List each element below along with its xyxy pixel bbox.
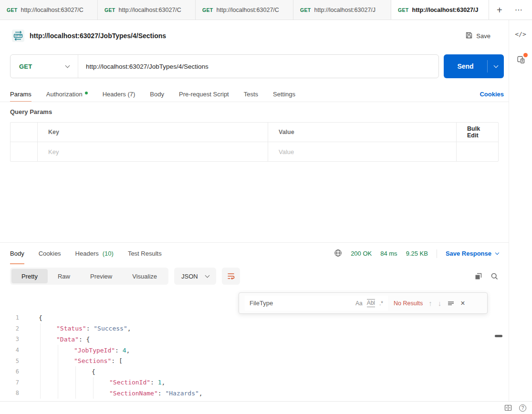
response-time-badge[interactable]: 84 ms	[380, 250, 397, 257]
copy-response-button[interactable]	[474, 272, 482, 280]
format-selector[interactable]: JSON	[174, 268, 216, 285]
request-tab-4[interactable]: GET http://localhost:63027/J	[293, 0, 391, 20]
view-visualize[interactable]: Visualize	[122, 269, 167, 283]
method-label: GET	[19, 63, 32, 70]
bottom-panel-icon[interactable]	[504, 404, 512, 411]
tab-prerequest-script[interactable]: Pre-request Script	[179, 86, 229, 102]
close-find-icon[interactable]: ×	[460, 300, 465, 307]
url-input[interactable]	[78, 55, 438, 78]
view-preview[interactable]: Preview	[80, 269, 122, 283]
tab-body[interactable]: Body	[150, 86, 164, 102]
response-body-code: 1{2"Status": "Success",3"Data": {4"JobTy…	[0, 312, 494, 401]
new-tab-button[interactable]: +	[497, 5, 502, 15]
send-button[interactable]: Send	[444, 54, 504, 78]
code-line: 7"SectionId": 1,	[0, 377, 494, 388]
tab-method-label: GET	[398, 7, 409, 13]
scrollbar-thumb[interactable]	[495, 335, 502, 337]
cookies-link[interactable]: Cookies	[480, 91, 504, 98]
format-label: JSON	[181, 273, 198, 280]
network-globe-icon[interactable]	[334, 249, 342, 259]
view-pretty[interactable]: Pretty	[11, 269, 48, 283]
param-key-input[interactable]	[48, 148, 261, 155]
wrap-lines-button[interactable]	[222, 268, 240, 285]
request-tab-3[interactable]: GET http://localhost:63027/C	[196, 0, 293, 20]
tab-tests[interactable]: Tests	[244, 86, 258, 102]
tab-authorization-label: Authorization	[46, 91, 83, 98]
method-selector[interactable]: GET	[10, 55, 78, 78]
request-tab-1[interactable]: GET http://localhost:63027/C	[0, 0, 98, 20]
response-size-badge[interactable]: 9.25 KB	[406, 250, 428, 257]
response-tabs: Body Cookies Headers(10) Test Results 20…	[0, 243, 509, 264]
find-overlay: Aa Abl .* No Results ↑ ↓ ×	[239, 292, 488, 314]
tab-body-label: Body	[150, 91, 164, 98]
chevron-down-icon	[495, 251, 499, 255]
code-line: 2"Status": "Success",	[0, 323, 494, 334]
find-input[interactable]	[250, 300, 351, 307]
view-raw[interactable]: Raw	[48, 269, 80, 283]
response-body-label: Body	[10, 250, 24, 257]
response-tab-cookies[interactable]: Cookies	[39, 243, 61, 264]
tab-bar-actions: + ⋯	[489, 0, 523, 20]
right-sidebar: </>	[509, 20, 532, 401]
response-tab-body[interactable]: Body	[10, 243, 24, 264]
find-next-button[interactable]: ↓	[438, 300, 442, 307]
actions-cell	[457, 142, 498, 161]
param-value-input[interactable]	[279, 148, 449, 155]
code-line: 6{	[0, 366, 494, 377]
tab-method-label: GET	[202, 7, 213, 13]
response-meta: 200 OK 84 ms 9.25 KB Save Response	[334, 249, 499, 259]
url-box: GET	[10, 54, 439, 78]
send-options-button[interactable]	[488, 65, 504, 67]
request-tab-5-active[interactable]: GET http://localhost:63027/J	[391, 0, 489, 20]
save-response-label: Save Response	[446, 250, 491, 257]
send-label: Send	[444, 62, 487, 70]
code-line: 4"JobTypeId": 4,	[0, 345, 494, 356]
response-tab-headers[interactable]: Headers(10)	[75, 243, 114, 264]
response-tab-test-results[interactable]: Test Results	[128, 243, 162, 264]
save-response-button[interactable]: Save Response	[446, 250, 499, 257]
query-params-header-row: Key Value Bulk Edit	[10, 123, 498, 142]
find-results-status: No Results	[394, 300, 423, 307]
code-line: 3"Data": {	[0, 334, 494, 345]
tab-authorization[interactable]: Authorization	[46, 86, 88, 102]
code-line: 5"Sections": [	[0, 355, 494, 366]
chevron-down-icon	[493, 63, 498, 68]
help-icon[interactable]: ?	[519, 404, 526, 412]
tab-options-button[interactable]: ⋯	[515, 6, 523, 14]
request-header: HTTP http://localhost:63027/JobTypes/4/S…	[0, 20, 509, 52]
comments-icon[interactable]	[516, 55, 525, 66]
response-tools	[474, 272, 499, 280]
search-response-button[interactable]	[490, 272, 499, 280]
tab-params-label: Params	[10, 91, 31, 98]
value-column-header: Value	[268, 123, 457, 142]
save-button[interactable]: Save	[465, 31, 490, 41]
chevron-down-icon	[65, 63, 70, 68]
request-tab-2[interactable]: GET http://localhost:63027/C	[98, 0, 196, 20]
tab-prerequest-label: Pre-request Script	[179, 91, 229, 98]
tab-tests-label: Tests	[244, 91, 258, 98]
whole-word-toggle[interactable]: Abl	[367, 299, 375, 307]
status-code-badge[interactable]: 200 OK	[351, 250, 372, 257]
tab-method-label: GET	[300, 7, 311, 13]
response-cookies-label: Cookies	[39, 250, 61, 257]
request-title: http://localhost:63027/JobTypes/4/Sectio…	[30, 32, 166, 40]
tab-url-label: http://localhost:63027/J	[314, 7, 385, 13]
tab-headers[interactable]: Headers (7)	[103, 86, 136, 102]
code-lines: 1{2"Status": "Success",3"Data": {4"JobTy…	[0, 312, 494, 399]
row-select-column	[10, 142, 38, 161]
find-previous-button[interactable]: ↑	[428, 300, 432, 307]
chevron-down-icon	[205, 273, 209, 278]
tab-method-label: GET	[104, 7, 115, 13]
match-case-toggle[interactable]: Aa	[355, 300, 363, 307]
regex-toggle[interactable]: .*	[379, 300, 383, 307]
tab-settings-label: Settings	[273, 91, 295, 98]
headers-count-badge: (10)	[103, 250, 114, 257]
tab-params[interactable]: Params	[10, 86, 31, 102]
tab-settings[interactable]: Settings	[273, 86, 295, 102]
workspace-tab-bar: GET http://localhost:63027/C GET http://…	[0, 0, 532, 20]
tab-headers-label: Headers (7)	[103, 91, 136, 98]
find-in-lines-button[interactable]	[447, 300, 455, 307]
code-snippet-icon[interactable]: </>	[515, 31, 526, 38]
bulk-edit-button[interactable]: Bulk Edit	[457, 123, 498, 142]
postman-window: GET http://localhost:63027/C GET http://…	[0, 0, 532, 414]
